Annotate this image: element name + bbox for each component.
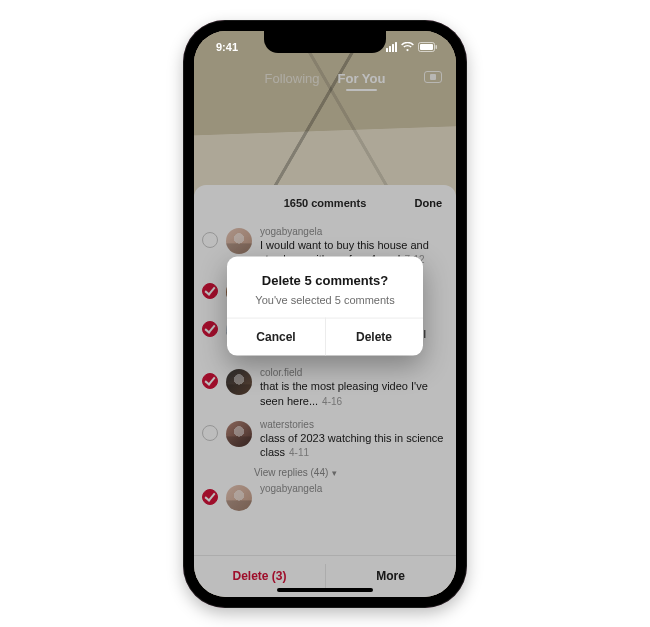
status-time: 9:41 (216, 41, 238, 53)
modal-title: Delete 5 comments? (241, 272, 409, 287)
svg-rect-1 (420, 44, 433, 50)
confirm-delete-modal: Delete 5 comments? You've selected 5 com… (227, 256, 423, 355)
screen: 9:41 Following For You 1650 comments (194, 31, 456, 597)
wifi-icon (401, 42, 414, 52)
cellular-icon (386, 42, 397, 52)
status-icons (386, 42, 438, 52)
modal-message: You've selected 5 comments (241, 293, 409, 305)
cancel-button[interactable]: Cancel (227, 318, 325, 355)
svg-rect-2 (436, 45, 438, 49)
status-bar: 9:41 (194, 31, 456, 63)
phone-frame: 9:41 Following For You 1650 comments (183, 20, 467, 608)
home-indicator[interactable] (277, 588, 373, 592)
battery-icon (418, 42, 438, 52)
delete-button[interactable]: Delete (325, 318, 423, 355)
